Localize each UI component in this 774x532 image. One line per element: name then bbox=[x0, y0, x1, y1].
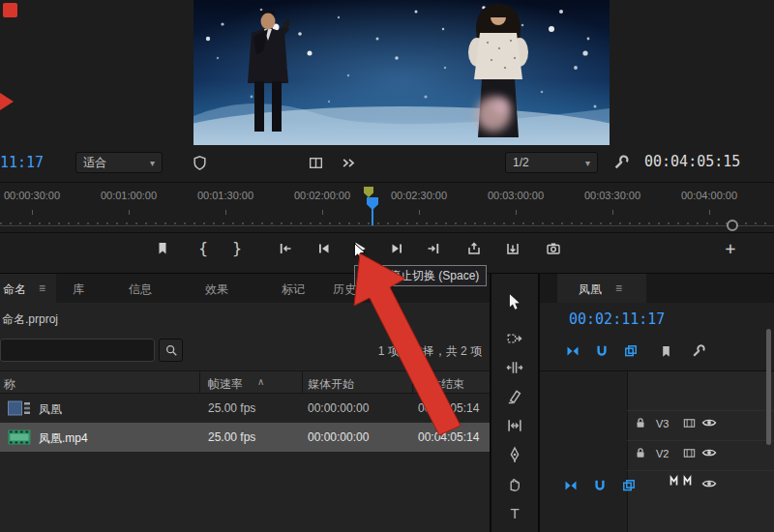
tab-effects[interactable]: 效果 bbox=[205, 281, 228, 298]
sort-ascending-icon: ∧ bbox=[257, 376, 264, 387]
search-input[interactable] bbox=[0, 339, 155, 362]
selection-tool[interactable] bbox=[503, 290, 526, 313]
tab-markers[interactable]: 标记 bbox=[282, 281, 305, 298]
clip-label-glyph bbox=[683, 475, 693, 487]
playhead-line bbox=[372, 197, 373, 226]
step-back-button[interactable] bbox=[312, 236, 337, 261]
table-row-clip-selected[interactable]: 凤凰.mp4 25.00 fps 00:00:00:00 00:04:05:14 bbox=[0, 423, 490, 452]
nest-sequence-toggle[interactable] bbox=[563, 341, 582, 361]
mouse-cursor bbox=[350, 242, 370, 261]
column-frame-rate[interactable]: 帧速率 bbox=[208, 376, 243, 393]
track-lock-toggle[interactable] bbox=[633, 445, 648, 460]
item-media-start: 00:00:00:00 bbox=[308, 401, 369, 415]
zoom-scrollbar[interactable] bbox=[0, 225, 774, 226]
track-label-v3[interactable]: V3 bbox=[656, 418, 669, 429]
multicam-icon[interactable] bbox=[339, 153, 358, 172]
video-preview bbox=[194, 0, 610, 145]
column-media-end[interactable]: 媒体结束 bbox=[418, 376, 464, 393]
search-button[interactable] bbox=[159, 339, 183, 362]
panel-menu-icon[interactable]: ≡ bbox=[39, 281, 45, 295]
pen-tool[interactable] bbox=[503, 443, 526, 466]
zoom-level-select[interactable]: 适合 ▾ bbox=[75, 152, 163, 173]
mark-out-button[interactable]: } bbox=[224, 236, 250, 261]
chevron-down-icon: ▾ bbox=[585, 158, 590, 168]
sync-lock-toggle[interactable] bbox=[681, 445, 697, 460]
tab-info[interactable]: 信息 bbox=[129, 281, 152, 298]
track-output-toggle[interactable] bbox=[700, 444, 718, 461]
go-to-in-button[interactable] bbox=[273, 236, 298, 261]
clip-marker[interactable] bbox=[364, 187, 373, 197]
step-forward-button[interactable] bbox=[384, 236, 409, 261]
safe-margins-icon[interactable] bbox=[190, 153, 209, 172]
button-editor-button[interactable]: + bbox=[718, 236, 743, 261]
linked-selection-toggle[interactable] bbox=[621, 341, 640, 361]
lock-icon bbox=[634, 416, 647, 429]
ruler-label: 00:04:00:00 bbox=[670, 190, 748, 201]
table-row-sequence[interactable]: 凤凰 25.00 fps 00:00:00:00 00:04:05:14 bbox=[0, 394, 490, 423]
export-frame-button[interactable] bbox=[541, 236, 566, 261]
track-select-tool[interactable] bbox=[503, 327, 526, 350]
play-tooltip: 播放-停止切换 (Space) bbox=[354, 265, 487, 286]
playback-resolution-select[interactable]: 1/2 ▾ bbox=[505, 152, 598, 173]
premiere-pro-window: 11:17 适合 ▾ 1/2 ▾ 00:04:05:15 00:00:30:00… bbox=[0, 0, 774, 532]
settings-wrench-icon[interactable] bbox=[611, 153, 631, 172]
item-frame-rate: 25.00 fps bbox=[208, 430, 255, 444]
vertical-scrollbar[interactable] bbox=[766, 329, 771, 445]
ruler-label: 00:02:00:00 bbox=[283, 190, 361, 201]
sync-lock-toggle[interactable] bbox=[681, 415, 697, 430]
item-name: 凤凰 bbox=[39, 401, 62, 418]
ripple-edit-icon bbox=[506, 359, 523, 376]
sequence-timecode[interactable]: 00:02:11:17 bbox=[569, 310, 665, 328]
zoom-scrollbar-handle[interactable] bbox=[727, 220, 738, 231]
eye-icon bbox=[701, 415, 717, 430]
extract-icon bbox=[505, 241, 521, 256]
tab-project[interactable]: 命名 bbox=[3, 281, 26, 298]
column-name[interactable]: 称 bbox=[4, 376, 15, 393]
nest-sequence-toggle[interactable] bbox=[561, 476, 580, 495]
track-label-v2[interactable]: V2 bbox=[656, 448, 669, 459]
video-clip-icon bbox=[8, 429, 31, 445]
mark-in-button[interactable]: { bbox=[191, 236, 216, 261]
snap-toggle[interactable] bbox=[592, 341, 611, 361]
hand-tool[interactable] bbox=[503, 472, 526, 495]
snap-toggle[interactable] bbox=[590, 476, 610, 495]
tab-libraries[interactable]: 库 bbox=[73, 281, 84, 298]
ruler-label: 00:02:30:00 bbox=[380, 190, 458, 201]
item-frame-rate: 25.00 fps bbox=[208, 401, 255, 415]
add-marker-button[interactable] bbox=[656, 341, 675, 361]
chevron-down-icon: ▾ bbox=[150, 158, 155, 168]
razor-tool[interactable] bbox=[503, 385, 526, 408]
track-output-toggle[interactable] bbox=[700, 475, 718, 492]
tab-sequence[interactable]: 凤凰 bbox=[579, 281, 602, 298]
timeline-ruler[interactable]: 00:00:30:00 00:01:00:00 00:01:30:00 00:0… bbox=[0, 190, 774, 232]
selection-arrow-icon bbox=[506, 293, 523, 310]
ripple-edit-tool[interactable] bbox=[503, 356, 526, 379]
search-icon bbox=[164, 343, 178, 357]
type-tool[interactable]: T bbox=[503, 501, 526, 524]
lift-button[interactable] bbox=[461, 236, 487, 261]
zoom-level-value: 适合 bbox=[83, 155, 106, 171]
panel-menu-icon[interactable]: ≡ bbox=[615, 281, 622, 295]
extract-button[interactable] bbox=[500, 236, 525, 261]
link-icon bbox=[621, 478, 637, 493]
eye-icon bbox=[701, 445, 717, 460]
go-to-out-button[interactable] bbox=[421, 236, 446, 261]
step-back-icon bbox=[316, 241, 332, 256]
track-lock-toggle[interactable] bbox=[633, 415, 648, 430]
ruler-label: 00:00:30:00 bbox=[0, 190, 71, 201]
slip-tool[interactable] bbox=[503, 414, 526, 437]
column-media-start[interactable]: 媒体开始 bbox=[308, 376, 354, 393]
timeline-settings-button[interactable] bbox=[689, 341, 708, 361]
item-media-end: 00:04:05:14 bbox=[418, 430, 479, 444]
ruler-label: 00:03:30:00 bbox=[574, 190, 651, 201]
track-output-toggle[interactable] bbox=[700, 414, 718, 431]
sequence-icon bbox=[8, 400, 31, 416]
mark-out-icon: } bbox=[232, 241, 242, 256]
add-marker-button[interactable] bbox=[150, 236, 175, 261]
playback-resolution-value: 1/2 bbox=[513, 156, 529, 169]
linked-selection-toggle[interactable] bbox=[619, 476, 639, 495]
duration-timecode: 00:04:05:15 bbox=[644, 153, 740, 170]
playhead-timecode[interactable]: 11:17 bbox=[0, 154, 44, 171]
marker-icon bbox=[659, 344, 673, 359]
comparison-view-icon[interactable] bbox=[306, 153, 325, 172]
